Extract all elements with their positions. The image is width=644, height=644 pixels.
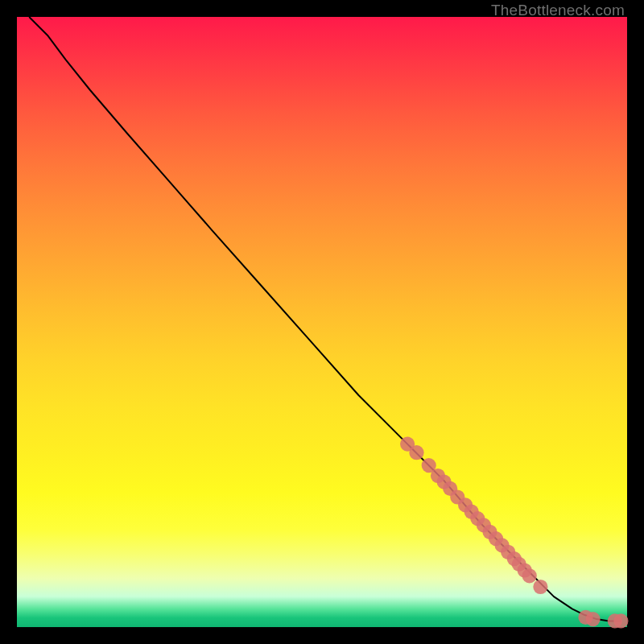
curve-line [29,17,621,621]
chart-frame: TheBottleneck.com [0,0,644,644]
chart-overlay [17,17,627,627]
data-marker [522,568,537,583]
watermark-text: TheBottleneck.com [491,2,625,19]
data-marker [409,445,423,460]
data-marker [586,612,601,626]
marker-group [400,437,629,629]
data-marker [613,613,628,628]
data-marker [533,580,547,594]
